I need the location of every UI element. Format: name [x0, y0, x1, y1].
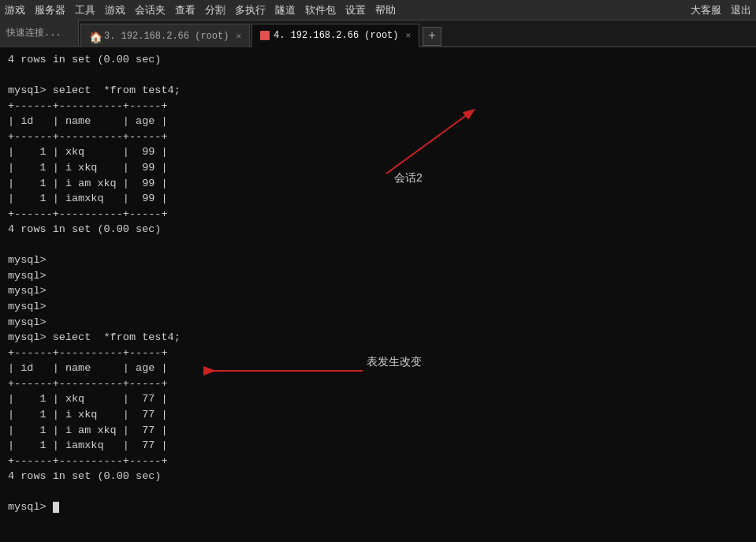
new-tab-button[interactable]: +	[423, 27, 441, 46]
menu-item-sessions[interactable]: 会话夹	[135, 3, 166, 17]
menu-item-game2[interactable]: 游戏	[105, 3, 125, 17]
menu-item-server[interactable]: 服务器	[35, 3, 65, 17]
menu-item-split[interactable]: 分割	[205, 3, 225, 17]
tab-3-close[interactable]: ✕	[236, 31, 241, 41]
menu-item-help[interactable]: 帮助	[375, 3, 396, 17]
menu-item-service[interactable]: 大客服	[691, 3, 721, 17]
menu-item-tools[interactable]: 工具	[75, 3, 95, 17]
quick-connect-label: 快速连接...	[6, 26, 61, 39]
menu-item-view[interactable]: 查看	[175, 3, 196, 17]
tab-3-label: 3. 192.168.2.66 (root)	[104, 31, 229, 42]
menu-item-multiexec[interactable]: 多执行	[235, 3, 266, 17]
menu-item-tunnel[interactable]: 隧道	[275, 3, 296, 17]
svg-line-0	[386, 110, 473, 174]
menu-item-game[interactable]: 游戏	[5, 3, 25, 17]
annotation-arrow-huihua2	[355, 95, 536, 197]
tab-3[interactable]: 🏠 3. 192.168.2.66 (root) ✕	[80, 24, 250, 47]
menu-bar: 游戏 服务器 工具 游戏 会话夹 查看 分割 多执行 隧道 软件包 设置 帮助 …	[0, 0, 756, 21]
annotation-arrow-change	[181, 347, 402, 394]
tab-4[interactable]: 4. 192.168.2.66 (root) ✕	[251, 24, 419, 47]
home-icon: 🏠	[89, 31, 100, 42]
menu-item-settings[interactable]: 设置	[345, 3, 366, 17]
terminal[interactable]: 4 rows in set (0.00 sec) mysql> select *…	[0, 47, 756, 542]
tab-4-close[interactable]: ✕	[406, 30, 412, 40]
menu-item-packages[interactable]: 软件包	[305, 3, 336, 17]
tab-4-icon	[260, 31, 270, 40]
menu-item-exit[interactable]: 退出	[731, 3, 751, 17]
tab-4-label: 4. 192.168.2.66 (root)	[274, 30, 398, 41]
tab-bar: 快速连接... 🏠 3. 192.168.2.66 (root) ✕ 4. 19…	[0, 21, 756, 47]
quick-connect-field[interactable]: 快速连接...	[0, 19, 79, 46]
terminal-cursor	[53, 502, 59, 513]
